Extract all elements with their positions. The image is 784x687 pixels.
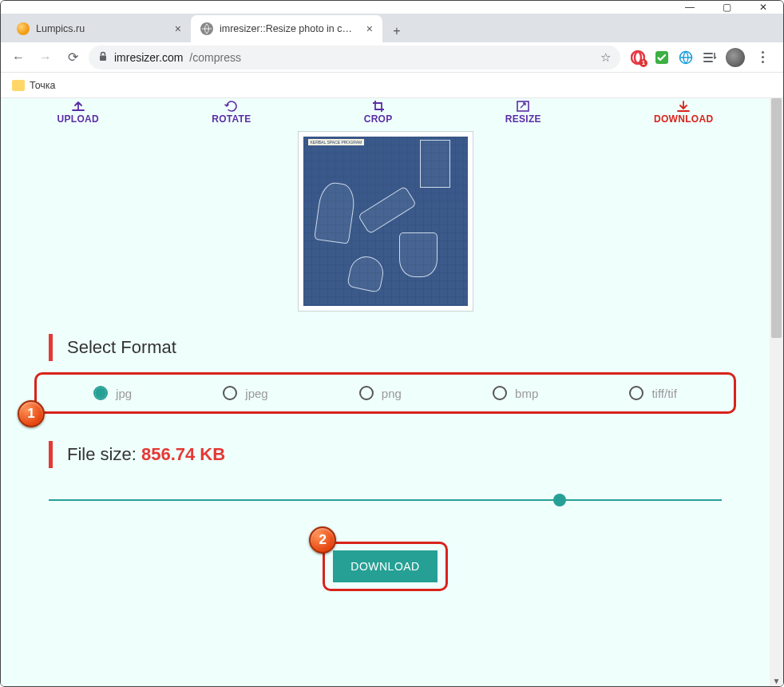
annotation-callout-1: 1: [18, 400, 45, 427]
tab-close-icon[interactable]: ×: [173, 22, 183, 35]
step-upload[interactable]: UPLOAD: [57, 100, 99, 125]
step-label: CROP: [364, 113, 393, 125]
bookmark-star-icon[interactable]: ☆: [600, 50, 611, 65]
window-close-button[interactable]: ✕: [745, 2, 782, 13]
crop-icon: [371, 100, 386, 113]
resize-icon: [516, 100, 530, 113]
format-label: jpg: [116, 387, 132, 400]
extension-globe-icon[interactable]: [678, 50, 694, 66]
nav-back-button[interactable]: ←: [7, 46, 30, 69]
bookmark-folder-label[interactable]: Точка: [30, 80, 56, 91]
format-option-jpeg[interactable]: jpeg: [223, 386, 267, 400]
bookmarks-bar: Точка: [1, 73, 783, 98]
radio-icon: [93, 386, 108, 400]
browser-tabstrip: Lumpics.ru × imresizer::Resize photo in …: [1, 14, 783, 42]
step-crop[interactable]: CROP: [364, 100, 393, 125]
format-label: jpeg: [245, 387, 267, 400]
address-bar[interactable]: imresizer.com/compress ☆: [89, 46, 620, 69]
tab-imresizer[interactable]: imresizer::Resize photo in cm, mm ×: [191, 15, 382, 42]
step-resize[interactable]: RESIZE: [505, 100, 541, 125]
format-option-tiff[interactable]: tiff/tif: [629, 386, 676, 400]
step-rotate[interactable]: ROTATE: [212, 100, 251, 125]
scrollbar-thumb[interactable]: [771, 98, 782, 338]
step-label: ROTATE: [212, 113, 251, 125]
select-format-heading: Select Format: [49, 334, 722, 361]
scroll-down-arrow[interactable]: ▼: [770, 674, 783, 687]
page-viewport: UPLOAD ROTATE CROP RESIZE DOWNLOAD: [1, 98, 783, 687]
file-size-section: File size: 856.74 KB: [49, 441, 722, 468]
radio-icon: [359, 386, 374, 400]
slider-thumb[interactable]: [553, 494, 566, 506]
step-label: DOWNLOAD: [654, 113, 713, 125]
extension-badge: 1: [639, 59, 647, 67]
nav-forward-button[interactable]: →: [34, 46, 57, 69]
bookmark-folder-icon: [12, 80, 25, 91]
tab-close-icon[interactable]: ×: [365, 22, 374, 35]
format-label: tiff/tif: [651, 387, 676, 400]
extension-opera-icon[interactable]: 1: [630, 50, 646, 66]
format-label: png: [382, 387, 402, 400]
download-container: DOWNLOAD 2: [1, 542, 770, 591]
address-domain: imresizer.com: [114, 51, 183, 64]
format-option-bmp[interactable]: bmp: [493, 386, 538, 400]
favicon-globe: [200, 22, 213, 35]
profile-avatar[interactable]: [726, 48, 745, 67]
extension-icons: 1: [625, 48, 777, 67]
format-label: bmp: [515, 387, 538, 400]
radio-icon: [629, 386, 643, 400]
preview-container: KERBAL SPACE PROGRAM: [1, 131, 770, 312]
download-icon: [676, 100, 691, 113]
slider-track: [49, 499, 722, 501]
reading-list-icon[interactable]: [702, 50, 718, 66]
new-tab-button[interactable]: +: [386, 20, 408, 42]
browser-menu-button[interactable]: [753, 51, 772, 63]
extension-check-icon[interactable]: [654, 50, 670, 66]
annotation-callout-2: 2: [309, 526, 336, 554]
step-label: UPLOAD: [57, 113, 99, 125]
vertical-scrollbar[interactable]: ▲ ▼: [770, 98, 783, 687]
blueprint-label: KERBAL SPACE PROGRAM: [308, 139, 365, 145]
upload-icon: [71, 100, 85, 113]
file-size-label: File size:: [67, 444, 141, 464]
compression-slider[interactable]: [49, 492, 722, 508]
window-controls: — ▢ ✕: [671, 2, 782, 13]
tab-lumpics[interactable]: Lumpics.ru ×: [7, 15, 191, 42]
window-titlebar: — ▢ ✕: [1, 1, 783, 14]
rotate-icon: [224, 100, 239, 113]
format-option-jpg[interactable]: jpg: [93, 386, 132, 400]
svg-rect-1: [100, 56, 106, 62]
tab-title: Lumpics.ru: [36, 23, 167, 34]
window-minimize-button[interactable]: —: [671, 2, 708, 13]
window-maximize-button[interactable]: ▢: [708, 2, 745, 13]
download-button[interactable]: DOWNLOAD: [333, 550, 437, 582]
format-option-png[interactable]: png: [359, 386, 402, 400]
download-highlight: DOWNLOAD 2: [323, 542, 447, 591]
format-options: jpg jpeg png bmp tiff/tif 1: [34, 372, 736, 414]
page-content: UPLOAD ROTATE CROP RESIZE DOWNLOAD: [1, 98, 770, 687]
blueprint-panel: [420, 140, 450, 188]
select-format-section: Select Format: [49, 334, 722, 361]
radio-icon: [493, 386, 507, 400]
file-size-heading: File size: 856.74 KB: [49, 441, 722, 468]
lock-icon: [98, 51, 108, 63]
address-path: /compress: [189, 51, 241, 64]
favicon-lumpics: [17, 22, 30, 35]
file-size-value: 856.74 KB: [141, 444, 225, 464]
step-label: RESIZE: [505, 113, 541, 125]
step-download[interactable]: DOWNLOAD: [654, 100, 713, 125]
browser-toolbar: ← → ⟳ imresizer.com/compress ☆ 1: [1, 42, 783, 73]
tab-title: imresizer::Resize photo in cm, mm: [220, 23, 358, 34]
step-nav: UPLOAD ROTATE CROP RESIZE DOWNLOAD: [1, 98, 770, 129]
radio-icon: [223, 386, 237, 400]
image-preview: KERBAL SPACE PROGRAM: [298, 131, 473, 312]
blueprint-image: KERBAL SPACE PROGRAM: [303, 137, 468, 306]
nav-reload-button[interactable]: ⟳: [61, 46, 84, 69]
